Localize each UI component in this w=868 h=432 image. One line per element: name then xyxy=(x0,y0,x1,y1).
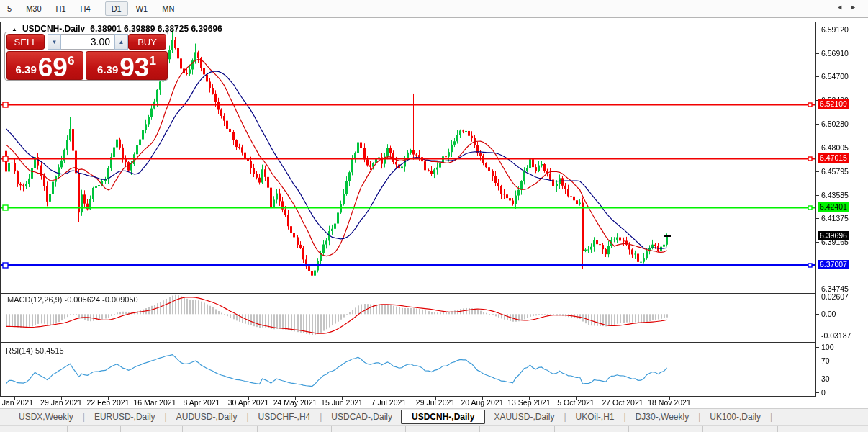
buy-price-prefix: 6.39 xyxy=(97,63,118,76)
date-tick-label: 30 Apr 2021 xyxy=(228,398,269,407)
collapse-triangle-icon[interactable]: ▲ xyxy=(12,26,17,32)
date-tick-label: 24 May 2021 xyxy=(273,398,317,407)
toolbar-divider xyxy=(101,2,101,15)
line-price-label: 6.47015 xyxy=(818,153,849,163)
buy-button[interactable]: BUY xyxy=(128,34,166,50)
macd-tick-label: 0.00 xyxy=(821,310,836,318)
date-tick-label: 7 Jan 2021 xyxy=(0,398,33,407)
date-tick-label: 29 Jan 2021 xyxy=(40,398,82,407)
lot-decrease-icon[interactable]: ▼ xyxy=(48,34,61,50)
tab-xauusd-daily[interactable]: XAUUSD-,Daily xyxy=(485,410,563,423)
buy-price-button[interactable]: 6.39 93 1 xyxy=(86,51,168,80)
date-tick-label: 27 Oct 2021 xyxy=(602,398,643,407)
price-tick-label: 6.56910 xyxy=(821,49,849,58)
rsi-tick-label: 0 xyxy=(821,388,826,397)
tabs-scroll-right-icon[interactable]: ► xyxy=(850,4,856,11)
price-tick-label: 6.48005 xyxy=(821,143,849,152)
status-bar-divider xyxy=(628,426,629,432)
chart-tab-bar: USDX,Weekly|EURUSD-,Daily|AUDUSD-,Daily|… xyxy=(0,408,868,425)
price-tick-label: 6.41375 xyxy=(821,214,849,222)
timeframe-button-mn[interactable]: MN xyxy=(155,1,181,16)
date-tick-label: 13 Sep 2021 xyxy=(507,398,551,407)
tab-uk100-daily[interactable]: UK100-,Daily xyxy=(701,410,769,423)
status-bar-divider xyxy=(777,426,778,432)
mt4-window: 5M30H1H4D1W1MN ▲ USDCNH-,Daily 6.38901 6… xyxy=(0,0,868,432)
status-bar-divider xyxy=(257,426,258,432)
tab-audusd-daily[interactable]: AUDUSD-,Daily xyxy=(168,410,246,423)
macd-indicator-label: MACD(12,26,9) -0.005624 -0.009050 xyxy=(7,295,138,304)
timeframe-button-5[interactable]: 5 xyxy=(1,1,18,16)
tab-eurusd-daily[interactable]: EURUSD-,Daily xyxy=(86,410,164,423)
price-tick-label: 6.43585 xyxy=(821,191,849,199)
tab-usdcad-daily[interactable]: USDCAD-,Daily xyxy=(322,410,401,423)
timeframe-button-m30[interactable]: M30 xyxy=(19,1,48,16)
status-bar-divider xyxy=(67,426,68,432)
lot-size-stepper: ▼ ▲ xyxy=(48,34,128,50)
tab-usdx-weekly[interactable]: USDX,Weekly xyxy=(10,410,82,423)
status-bar-divider xyxy=(120,426,121,432)
tabs-scroll-left-icon[interactable]: ◄ xyxy=(836,4,843,11)
status-bar-divider xyxy=(479,426,480,432)
price-tick-label: 6.59120 xyxy=(821,25,849,34)
price-tick-label: 6.54700 xyxy=(821,72,849,81)
date-tick-label: 18 Nov 2021 xyxy=(648,398,691,407)
price-tick-label: 6.50280 xyxy=(821,120,849,128)
buy-price-big: 93 xyxy=(119,55,149,79)
tab-separator: | xyxy=(769,412,773,422)
status-bar-divider xyxy=(702,426,703,432)
status-bar xyxy=(0,425,868,432)
tab-usdcnh-daily[interactable]: USDCNH-,Daily xyxy=(401,410,485,424)
lot-increase-icon[interactable]: ▲ xyxy=(114,34,128,50)
rsi-tick-label: 100 xyxy=(821,343,834,351)
rsi-tick-label: 30 xyxy=(821,374,830,383)
tab-dj30-weekly[interactable]: DJ30-,Weekly xyxy=(627,410,697,423)
date-tick-label: 15 Jun 2021 xyxy=(321,398,363,407)
timeframe-button-h4[interactable]: H4 xyxy=(74,1,97,16)
buy-price-sup: 1 xyxy=(149,54,155,68)
date-tick-label: 8 Apr 2021 xyxy=(184,398,220,407)
sell-price-sup: 6 xyxy=(68,54,74,68)
price-tick-label: 6.45795 xyxy=(821,167,849,176)
timeframe-button-w1[interactable]: W1 xyxy=(130,1,155,16)
timeframe-button-d1[interactable]: D1 xyxy=(105,1,128,16)
one-click-trading-panel: SELL ▼ ▲ BUY 6.39 69 6 6.39 93 1 xyxy=(4,32,168,81)
status-bar-divider xyxy=(331,426,332,432)
line-price-label: 6.42401 xyxy=(818,202,849,212)
status-bar-divider xyxy=(182,426,183,432)
tab-scroll-arrows: ◄ ► xyxy=(836,4,856,11)
line-price-label: 6.52109 xyxy=(818,99,849,109)
rsi-tick-label: 70 xyxy=(821,356,830,365)
timeframe-button-h1[interactable]: H1 xyxy=(50,1,73,16)
date-tick-label: 16 Mar 2021 xyxy=(134,398,176,407)
sell-price-prefix: 6.39 xyxy=(16,63,37,76)
tab-usdchf-h4[interactable]: USDCHF-,H4 xyxy=(250,410,320,423)
macd-tick-label: 0.02607 xyxy=(821,292,849,301)
sell-button[interactable]: SELL xyxy=(6,34,45,50)
macd-tick-label: -0.03187 xyxy=(821,331,851,340)
sell-price-button[interactable]: 6.39 69 6 xyxy=(6,51,83,80)
date-tick-label: 5 Oct 2021 xyxy=(557,398,594,407)
date-tick-label: 22 Feb 2021 xyxy=(87,398,130,407)
date-tick-label: 7 Jul 2021 xyxy=(371,398,406,407)
status-bar-divider xyxy=(554,426,555,432)
timeframe-toolbar: 5M30H1H4D1W1MN xyxy=(0,0,868,18)
sell-price-big: 69 xyxy=(38,55,68,79)
line-price-label: 6.39696 xyxy=(818,231,849,240)
date-tick-label: 20 Aug 2021 xyxy=(461,398,504,407)
tab-ukoil-h1[interactable]: UKOil-,H1 xyxy=(567,410,623,423)
status-bar-divider xyxy=(405,426,406,432)
rsi-indicator-label: RSI(14) 50.4515 xyxy=(6,346,64,355)
line-price-label: 6.37007 xyxy=(818,260,849,269)
date-tick-label: 29 Jul 2021 xyxy=(416,398,455,407)
lot-size-input[interactable] xyxy=(61,34,114,50)
